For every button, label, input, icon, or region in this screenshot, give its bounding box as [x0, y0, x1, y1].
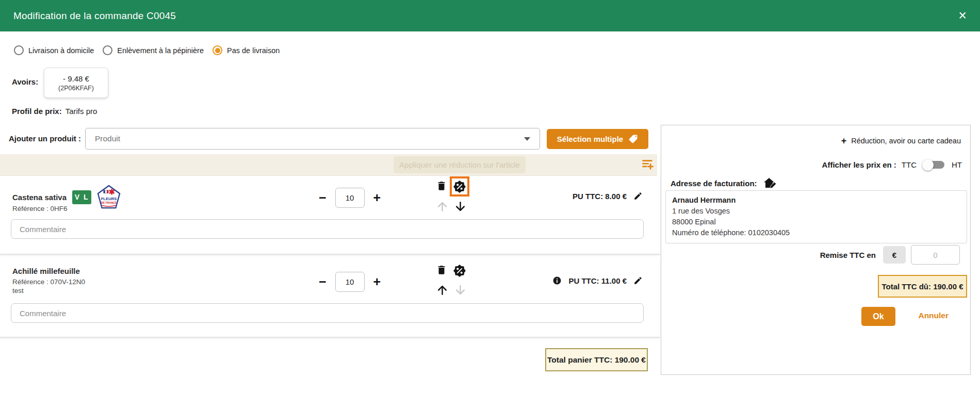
radio-label: Enlèvement à la pépinière: [117, 46, 204, 55]
comment-input[interactable]: [11, 303, 644, 323]
radio-circle: [103, 45, 112, 55]
chevron-down-icon: [524, 137, 530, 141]
discount-amount-input[interactable]: [911, 245, 960, 265]
product-name: Achillé millefeuille: [12, 267, 80, 275]
product-select[interactable]: Produit: [85, 128, 540, 150]
avoir-amount: - 9.48 €: [63, 74, 89, 83]
quantity-plus-button[interactable]: +: [373, 275, 381, 288]
quantity-minus-button[interactable]: −: [319, 191, 326, 204]
avoir-code: (2P06KFAF): [58, 85, 94, 92]
product-row-castena-sativa: Castena sativa V L FLEURS DE FRANCE Réfé…: [0, 176, 660, 254]
close-icon[interactable]: ×: [958, 9, 967, 23]
billing-address-card: Arnaud Herrmann 1 rue des Vosges 88000 E…: [665, 190, 967, 243]
ttc-ht-toggle[interactable]: [924, 161, 944, 169]
radio-enlevement-pepiniere[interactable]: Enlèvement à la pépinière: [103, 45, 204, 55]
billing-street: 1 rue des Vosges: [672, 206, 960, 217]
modal-header: Modification de la commande C0045 ×: [0, 0, 980, 31]
discount-row: Remise TTC en €: [820, 245, 960, 265]
multi-select-button[interactable]: Sélection multiple: [547, 129, 648, 149]
radio-label: Pas de livraison: [227, 46, 280, 55]
ttc-label: TTC: [902, 160, 917, 169]
vl-badge: V L: [72, 190, 91, 204]
plus-icon: +: [841, 136, 847, 145]
cancel-button[interactable]: Annuler: [918, 311, 949, 320]
avoir-credit-button[interactable]: - 9.48 € (2P06KFAF): [44, 68, 108, 98]
edit-address-icon[interactable]: [763, 177, 777, 189]
add-product-label: Ajouter un produit :: [9, 134, 81, 143]
unit-price-cluster: PU TTC: 11.00 €: [552, 276, 643, 285]
add-reduction-link[interactable]: + Réduction, avoir ou carte cadeau: [841, 136, 961, 145]
product-name-line: Achillé millefeuille: [12, 267, 80, 275]
product-name: Castena sativa: [12, 193, 67, 202]
unit-price: PU TTC: 11.00 €: [568, 276, 627, 285]
edit-price-icon[interactable]: [633, 276, 643, 285]
unit-price-cluster: PU TTC: 8.00 €: [573, 191, 643, 201]
billing-phone: Numéro de téléphone: 0102030405: [672, 227, 960, 238]
radio-circle: [213, 45, 222, 55]
ht-label: HT: [952, 160, 962, 169]
display-prices-label: Afficher les prix en :: [822, 160, 896, 169]
quantity-plus-button[interactable]: +: [373, 191, 381, 204]
radio-circle: [14, 45, 24, 55]
svg-text:FLEURS: FLEURS: [101, 196, 117, 201]
page-title: Modification de la commande C0045: [13, 10, 176, 22]
trash-icon[interactable]: [436, 264, 447, 276]
edit-price-icon[interactable]: [633, 191, 643, 201]
avoirs-label: Avoirs:: [12, 77, 38, 86]
quantity-stepper: − +: [319, 188, 381, 208]
price-display-row: Afficher les prix en : TTC HT: [822, 160, 962, 169]
reduction-link-label: Réduction, avoir ou carte cadeau: [851, 137, 961, 145]
price-profile-label: Profil de prix:: [12, 107, 62, 116]
billing-city: 88000 Epinal: [672, 217, 960, 227]
toggle-knob: [922, 159, 934, 171]
move-down-icon[interactable]: [454, 200, 467, 214]
quantity-stepper: − +: [319, 272, 381, 292]
info-icon[interactable]: [552, 276, 562, 285]
add-to-list-icon[interactable]: [641, 158, 655, 172]
product-row-achille-millefeuille: Achillé millefeuille Référence : 070V-12…: [0, 257, 660, 337]
fleurs-de-france-logo: FLEURS DE FRANCE: [97, 185, 121, 209]
billing-name: Arnaud Herrmann: [672, 195, 960, 206]
price-profile-value: Tarifs pro: [66, 107, 97, 116]
move-up-icon[interactable]: [436, 283, 449, 297]
radio-label: Livraison à domicile: [28, 46, 94, 55]
radio-livraison-domicile[interactable]: Livraison à domicile: [14, 45, 94, 55]
product-reference: Référence : 0HF6: [12, 205, 68, 212]
summary-panel: + Réduction, avoir ou carte cadeau Affic…: [661, 125, 971, 375]
comment-input[interactable]: [11, 219, 644, 239]
discount-tooltip: Appliquer une réduction sur l'article: [394, 156, 526, 173]
trash-icon[interactable]: [436, 179, 447, 192]
order-edit-modal: Modification de la commande C0045 × Livr…: [0, 0, 980, 393]
move-up-icon[interactable]: [436, 200, 449, 214]
hint-strip: Appliquer une réduction sur l'article: [0, 154, 657, 176]
ok-button[interactable]: Ok: [861, 307, 895, 326]
tag-icon: [628, 134, 638, 144]
billing-address-label: Adresse de facturation:: [671, 179, 757, 188]
price-profile: Profil de prix:Tarifs pro: [12, 107, 97, 116]
radio-pas-de-livraison[interactable]: Pas de livraison: [213, 45, 280, 55]
product-reference: Référence : 070V-12N0: [12, 278, 85, 286]
total-due-box: Total TTC dû: 190.00 €: [878, 275, 967, 298]
discount-unit-button[interactable]: €: [883, 246, 906, 264]
discount-badge-icon[interactable]: [453, 264, 466, 277]
discount-label: Remise TTC en: [820, 251, 876, 259]
multi-select-label: Sélection multiple: [557, 135, 623, 143]
discount-highlight-box: [450, 176, 469, 196]
quantity-input[interactable]: [335, 272, 365, 292]
discount-box: [450, 260, 469, 281]
unit-price: PU TTC: 8.00 €: [573, 192, 627, 201]
quantity-minus-button[interactable]: −: [319, 275, 326, 288]
quantity-input[interactable]: [335, 188, 365, 208]
move-down-icon[interactable]: [454, 283, 467, 297]
product-select-placeholder: Produit: [95, 134, 120, 143]
discount-badge-icon[interactable]: [453, 180, 466, 193]
billing-address-header: Adresse de facturation:: [671, 177, 777, 189]
cart-total-box: Total panier TTC: 190.00 €: [545, 348, 648, 371]
svg-text:DE FRANCE: DE FRANCE: [101, 201, 117, 204]
product-note: test: [12, 287, 24, 294]
delivery-options: Livraison à domicile Enlèvement à la pép…: [14, 45, 280, 55]
